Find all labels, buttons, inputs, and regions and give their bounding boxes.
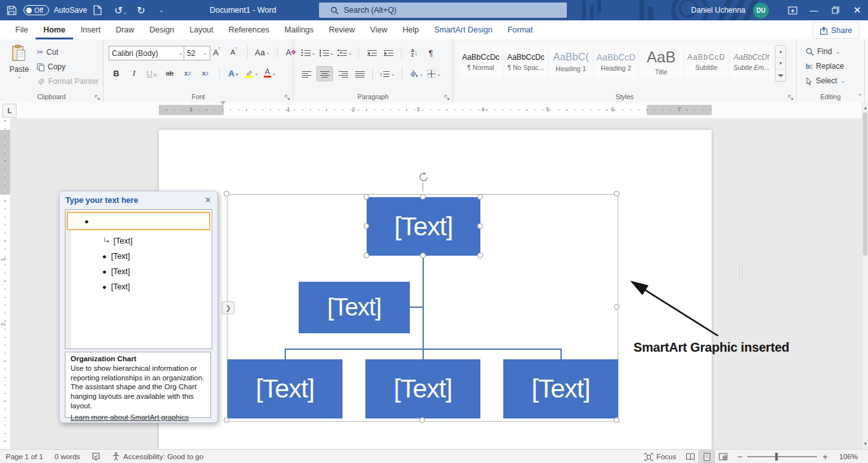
avatar[interactable]: DU [753,3,769,18]
zoom-slider[interactable] [747,456,817,457]
zoom-slider-thumb[interactable] [775,453,778,460]
minimize-button[interactable]: — [803,0,825,20]
user-name[interactable]: Daniel Uchenna [691,6,745,15]
restore-button[interactable] [825,0,846,20]
tab-insert[interactable]: Insert [73,20,108,39]
styles-dialog-launcher-icon[interactable] [788,95,794,100]
smartart-assistant-shape[interactable]: [Text] [299,282,410,333]
font-size-combobox[interactable]: 52⌄ [184,46,210,60]
paste-button[interactable]: Paste ⌄ [6,45,32,79]
zoom-in-button[interactable]: + [822,450,833,463]
vertical-scrollbar[interactable]: ▲ ▼ [862,102,868,449]
bullets-button[interactable]: ⌄ [301,46,316,60]
text-pane-row-selected[interactable]: ● [67,212,210,230]
zoom-out-button[interactable]: − [731,450,742,463]
word-count[interactable]: 0 words [49,450,86,463]
tab-file[interactable]: File [8,20,36,39]
rotate-handle-icon[interactable] [418,172,429,183]
style-heading-2[interactable]: AaBbCcD Heading 2 [595,45,637,78]
justify-button[interactable] [353,67,366,81]
collapse-ribbon-icon[interactable]: ⌃ [858,93,863,100]
frame-handle-top-left[interactable] [224,191,229,197]
font-name-combobox[interactable]: Calibri (Body)⌄ [109,46,186,60]
style-subtle-emphasis[interactable]: AaBbCcDt Subtle Em... [730,45,773,78]
frame-handle-top-right[interactable] [614,191,620,197]
text-pane-row-assistant[interactable]: └• [Text] [102,234,209,248]
tab-draw[interactable]: Draw [108,20,142,39]
tab-mailings[interactable]: Mailings [277,20,322,39]
text-pane-expand-button[interactable]: ❯ [222,301,234,314]
align-left-button[interactable] [300,67,313,81]
scrollbar-thumb[interactable] [863,113,867,256]
numbering-button[interactable]: ⌄ [320,46,334,60]
styles-gallery-more-icon[interactable]: ▬▼ [776,69,785,81]
text-pane-row[interactable]: ● [Text] [102,265,209,279]
tab-smartart-design[interactable]: SmartArt Design [426,20,500,39]
line-spacing-button[interactable]: ↕ ⌄ [379,67,395,81]
close-icon[interactable]: ✕ [205,195,212,205]
italic-button[interactable]: I [128,66,140,80]
text-effects-button[interactable]: A⌄ [227,66,240,80]
style-heading-1[interactable]: AaBbC( Heading 1 [550,45,592,78]
search-input[interactable]: Search (Alt+Q) [319,3,567,18]
styles-scroll-down-icon[interactable]: ▼ [776,58,785,70]
tab-stop-selector[interactable]: L [3,104,17,118]
text-highlight-button[interactable]: ⌄ [245,66,259,80]
style-normal[interactable]: AaBbCcDc ¶ Normal [459,45,502,78]
smartart-child-shape-3[interactable]: [Text] [503,359,618,418]
read-mode-button[interactable] [682,450,698,463]
grow-font-button[interactable]: Aˆ [210,45,223,59]
tab-review[interactable]: Review [322,20,363,39]
replace-button[interactable]: bcReplace [806,60,844,73]
multilevel-list-button[interactable]: ⌄ [337,46,352,60]
learn-more-link[interactable]: Learn more about SmartArt graphics [71,413,189,421]
shape-handle-top-right[interactable] [477,194,483,200]
tab-layout[interactable]: Layout [182,20,221,39]
sort-button[interactable]: AZ ↓ [408,46,421,60]
scroll-up-icon[interactable]: ▲ [862,104,868,112]
horizontal-ruler[interactable]: 1 1 2 3 4 5 6 7 [159,105,712,115]
shrink-font-button[interactable]: Aˇ [227,45,240,59]
strikethrough-button[interactable]: ab [163,66,176,80]
format-painter-button[interactable]: Format Painter [37,75,98,88]
style-subtitle[interactable]: AaBbCcD Subtitle [685,45,728,78]
select-button[interactable]: Select⌄ [806,74,845,87]
shape-handle-mid-right[interactable] [477,223,483,229]
style-no-spacing[interactable]: AaBbCcDc ¶ No Spac... [505,45,547,78]
smartart-top-shape[interactable]: [Text] [367,197,480,256]
frame-handle-bottom-left[interactable] [224,417,229,423]
autosave-toggle[interactable]: Off [24,5,49,15]
tab-home[interactable]: Home [36,20,73,39]
borders-button[interactable]: ⌄ [427,67,441,81]
shape-handle-mid-left[interactable] [363,223,369,229]
new-document-icon[interactable] [93,5,107,15]
tab-view[interactable]: View [363,20,395,39]
superscript-button[interactable]: x2 [199,66,212,80]
decrease-indent-button[interactable] [365,46,378,60]
frame-handle-mid-right[interactable] [614,304,620,310]
accessibility-status[interactable]: Accessibility: Good to go [106,450,209,463]
tab-help[interactable]: Help [395,20,426,39]
smartart-text-pane[interactable]: Type your text here ✕ ● └• [Text] ● [Tex… [59,191,218,423]
smartart-child-shape-2[interactable]: [Text] [365,359,480,418]
show-paragraph-marks-button[interactable]: ¶ [424,46,437,60]
styles-scroll-up-icon[interactable]: ▲ [776,46,785,58]
tab-references[interactable]: References [221,20,277,39]
change-case-button[interactable]: Aa⌄ [255,45,270,59]
proofing-icon[interactable] [86,450,106,463]
frame-handle-bottom-right[interactable] [614,417,620,423]
text-pane-row[interactable]: ● [Text] [102,280,209,294]
share-button[interactable]: Share [813,22,859,39]
redo-button[interactable]: ↻ [134,4,148,17]
web-layout-button[interactable] [715,450,731,463]
shape-handle-top-left[interactable] [363,194,369,200]
subscript-button[interactable]: x2 [181,66,194,80]
ribbon-display-options-icon[interactable] [782,0,803,20]
align-right-button[interactable] [337,67,349,81]
shape-handle-top-center[interactable] [420,194,426,200]
text-pane-list[interactable]: ● └• [Text] ● [Text] ● [Text] ● [Text [65,209,212,349]
quick-access-toolbar-chevron-icon[interactable]: ⌄ [154,8,168,13]
align-center-button[interactable] [316,66,333,81]
smartart-child-shape-1[interactable]: [Text] [227,359,342,418]
styles-gallery-scrollbar[interactable]: ▲ ▼ ▬▼ [775,45,786,82]
